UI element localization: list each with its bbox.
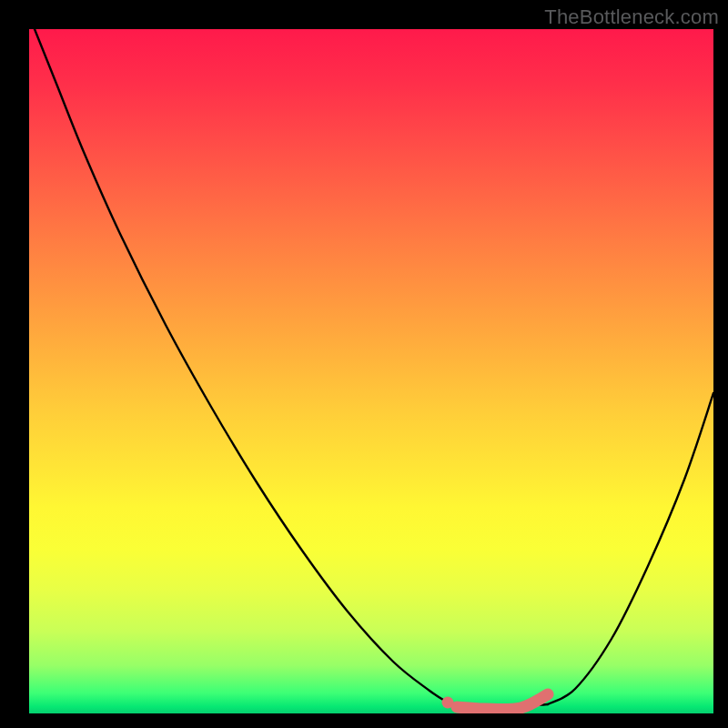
plot-area — [29, 29, 713, 713]
chart-container: TheBottleneck.com — [0, 0, 728, 728]
curve-right-branch — [548, 393, 713, 704]
attribution-text: TheBottleneck.com — [544, 5, 719, 29]
highlight-segment — [457, 694, 548, 710]
curve-layer — [29, 29, 713, 713]
curve-left-branch — [35, 29, 448, 703]
